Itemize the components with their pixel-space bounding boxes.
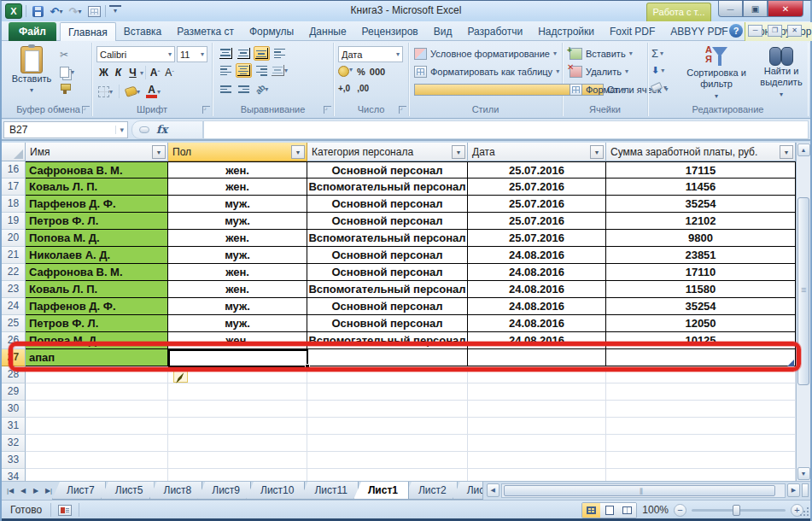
row-header[interactable]: 20	[2, 230, 26, 247]
column-header-date[interactable]: Дата	[468, 143, 606, 161]
cell-name[interactable]: Петров Ф. Л.	[26, 315, 168, 332]
cell-category[interactable]: Основной персонал	[307, 196, 468, 213]
cell-gender[interactable]: жен.	[168, 264, 307, 281]
cell-sum[interactable]: 12050	[606, 315, 796, 332]
cell-date[interactable]: 25.07.2016	[468, 230, 606, 247]
cell[interactable]	[168, 418, 307, 435]
minimize-button[interactable]	[718, 1, 743, 17]
align-bottom-button[interactable]	[254, 46, 270, 61]
cell-sum[interactable]: 12102	[606, 213, 796, 230]
cell[interactable]	[307, 383, 468, 401]
underline-dropdown-icon[interactable]: ▾	[140, 69, 143, 77]
cell-date[interactable]: 24.08.2016	[468, 315, 606, 332]
align-middle-button[interactable]	[236, 46, 252, 61]
cell-name[interactable]: Попова М. Д.	[26, 230, 168, 247]
row-header[interactable]: 25	[2, 315, 26, 332]
cell-sum[interactable]: 9800	[606, 230, 796, 247]
clear-button[interactable]: ▾	[651, 79, 667, 95]
cell[interactable]	[468, 452, 606, 469]
cell-date[interactable]: 25.07.2016	[468, 161, 606, 179]
close-button[interactable]	[768, 1, 803, 17]
sheet-tab-list2[interactable]: Лист2	[404, 482, 458, 500]
cell[interactable]	[307, 401, 468, 418]
cell[interactable]	[307, 452, 468, 469]
sort-filter-button[interactable]: АЯ Сортировка и фильтр	[684, 45, 749, 102]
tab-home[interactable]: Главная	[60, 22, 116, 41]
shrink-font-button[interactable]: Аˇ	[162, 65, 177, 80]
name-box[interactable]: B27	[3, 121, 128, 138]
page-break-view-button[interactable]	[618, 503, 636, 518]
cell[interactable]	[26, 383, 168, 401]
cell-sum[interactable]: 17115	[606, 161, 796, 179]
cell-date[interactable]: 25.07.2016	[468, 196, 606, 213]
grow-font-button[interactable]: Аˆ	[148, 65, 162, 80]
cell-category[interactable]: Основной персонал	[307, 298, 468, 315]
maximize-button[interactable]	[743, 1, 768, 17]
cell-gender[interactable]: жен.	[168, 281, 307, 298]
cell-name[interactable]: Петров Ф. Л.	[26, 213, 168, 230]
align-left-button[interactable]	[218, 63, 234, 78]
record-macro-icon[interactable]	[58, 505, 72, 516]
zoom-out-icon[interactable]	[674, 504, 686, 517]
tab-view[interactable]: Вид	[426, 22, 460, 41]
delete-cells-button[interactable]: ✕Удалить▾	[566, 62, 633, 80]
horizontal-scrollbar[interactable]	[501, 483, 786, 498]
cell-category[interactable]: Основной персонал	[307, 315, 468, 332]
cell-category[interactable]: Основной персонал	[307, 213, 468, 230]
cell-sum[interactable]: 35254	[606, 298, 796, 315]
font-size-combo[interactable]: 11	[177, 46, 207, 62]
tab-file[interactable]: Файл	[9, 22, 56, 41]
filter-dropdown-icon[interactable]	[152, 145, 166, 159]
vertical-scrollbar[interactable]	[796, 143, 810, 481]
copy-button[interactable]: ▾	[58, 63, 76, 80]
column-header-name[interactable]: Имя	[26, 143, 168, 161]
cell-category[interactable]: Основной персонал	[307, 161, 468, 179]
align-top-button[interactable]	[218, 46, 234, 61]
cell-sum[interactable]: 17110	[606, 264, 796, 281]
cell-name[interactable]: Парфенов Д. Ф.	[26, 196, 168, 213]
dialog-launcher-icon[interactable]	[324, 106, 331, 114]
dialog-launcher-icon[interactable]	[202, 106, 210, 114]
normal-view-button[interactable]	[582, 503, 600, 518]
row-header[interactable]: 34	[2, 469, 26, 481]
borders-button[interactable]: ▾	[96, 84, 114, 99]
cell-gender[interactable]: муж.	[168, 298, 307, 315]
tab-foxit-pdf[interactable]: Foxit PDF	[602, 22, 663, 41]
cell[interactable]	[606, 401, 796, 418]
cell[interactable]	[468, 401, 606, 418]
comma-style-button[interactable]: 000	[370, 67, 385, 77]
cell[interactable]	[168, 469, 307, 481]
cell-sum[interactable]: 23851	[606, 247, 796, 264]
sheet-tab-list7[interactable]: Лист7	[52, 482, 106, 500]
resize-grip-icon[interactable]	[798, 507, 809, 518]
scroll-up-icon[interactable]	[797, 143, 810, 156]
cell[interactable]	[468, 469, 606, 481]
sheet-tab-list9[interactable]: Лист9	[197, 482, 251, 500]
bold-button[interactable]: Ж	[96, 65, 111, 80]
sheet-tab-list1[interactable]: Лист1	[353, 482, 409, 500]
cell-sum[interactable]: 35254	[606, 196, 796, 213]
tab-formulas[interactable]: Формулы	[242, 22, 301, 41]
increase-indent-button[interactable]	[236, 82, 252, 97]
cell-category[interactable]: Основной персонал	[307, 264, 468, 281]
merge-center-button[interactable]: ▾	[272, 63, 288, 78]
insert-cells-button[interactable]: +Вставить▾	[566, 44, 633, 62]
zoom-level[interactable]: 100%	[642, 504, 669, 516]
cell-gender[interactable]: муж.	[168, 213, 307, 230]
cell-gender[interactable]: муж.	[168, 247, 307, 264]
filter-dropdown-icon[interactable]	[780, 145, 793, 159]
increase-decimal-button[interactable]: +,0	[338, 84, 350, 93]
cell[interactable]	[26, 401, 168, 418]
prev-sheet-icon[interactable]	[17, 484, 29, 498]
column-header-gender[interactable]: Пол	[168, 143, 307, 161]
decrease-decimal-button[interactable]: ,00	[357, 84, 369, 93]
orientation-button[interactable]: ab▾	[254, 82, 270, 97]
scroll-down-icon[interactable]	[797, 467, 810, 480]
row-header[interactable]: 19	[2, 213, 26, 230]
cell-gender[interactable]: жен.	[168, 161, 307, 179]
collapse-ribbon-icon[interactable]	[717, 26, 724, 35]
align-center-button[interactable]	[236, 63, 252, 78]
filter-dropdown-icon[interactable]	[590, 145, 604, 159]
cell-date[interactable]: 24.08.2016	[468, 264, 606, 281]
cell[interactable]	[307, 435, 468, 452]
